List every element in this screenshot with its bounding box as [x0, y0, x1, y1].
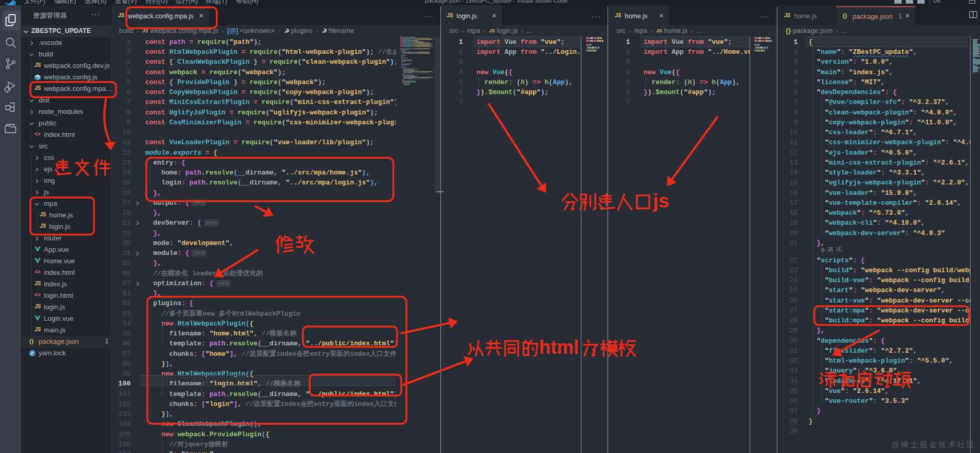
svg-text:js: js [652, 190, 669, 212]
svg-text:html: html [539, 336, 579, 358]
